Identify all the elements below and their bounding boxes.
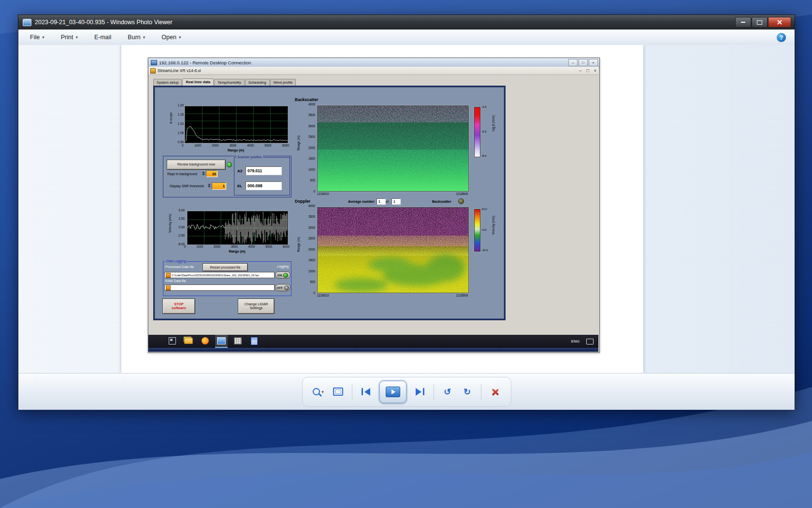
renew-background-button[interactable]: Renew background now: [167, 160, 225, 169]
path-browse-icon[interactable]: [166, 273, 171, 278]
tab-system-setup[interactable]: System setup: [153, 79, 182, 86]
menu-file[interactable]: File▾: [25, 32, 49, 43]
previous-button[interactable]: [360, 384, 372, 400]
rdp-minimize-button[interactable]: –: [568, 59, 578, 66]
close-button[interactable]: [768, 17, 791, 28]
velocity-ytick: -5.00: [178, 243, 185, 246]
rdp-close-button[interactable]: ×: [589, 59, 598, 66]
velocity-xtick: 5000: [265, 245, 272, 248]
processed-path-text: C:\Lidar\Data\Proc\2023\202309\20230921\…: [172, 274, 259, 277]
velocity-yticks: 5.002.500.00-2.50-5.00: [172, 209, 185, 246]
menu-email[interactable]: E-mail: [89, 32, 116, 43]
menu-print[interactable]: Print▾: [56, 32, 83, 43]
menu-open[interactable]: Open▾: [157, 32, 186, 43]
backscatter-colorbar: [474, 107, 480, 157]
app-minimize-icon[interactable]: –: [579, 68, 581, 73]
backscatter-ytick: 2000: [308, 147, 315, 149]
doppler-yticks: 40003500300025002000150010005000: [302, 205, 315, 295]
rays-value[interactable]: 10: [206, 170, 218, 177]
photo-viewer-titlebar[interactable]: 2023-09-21_03-40-00.935 - Windows Photo …: [18, 15, 795, 30]
scanner-position-group: Scanner position AZ 079.011 EL 000.098: [234, 157, 290, 195]
photo: 192.168.0.122 - Remote Desktop Connectio…: [121, 45, 643, 373]
el-value: 000.098: [246, 181, 282, 190]
task-view-icon[interactable]: [166, 335, 178, 348]
velocity-xticks: 0100020003000400050006000: [184, 245, 290, 248]
backscatter-xtick: 1218010: [317, 193, 329, 195]
tab-scheduling[interactable]: Scheduling: [245, 79, 270, 86]
backscatter-ytick: 1000: [308, 168, 315, 171]
toggle-on-dot: [283, 273, 288, 278]
snr-value[interactable]: 1: [212, 182, 226, 190]
velocity-xtick: 0: [184, 245, 186, 248]
backscatter-ytick: 1500: [308, 157, 315, 160]
snr-label: Display SNR threshold: [170, 184, 203, 188]
zoom-button[interactable]: ▾: [312, 384, 325, 400]
photo-viewer-window: 2023-09-21_03-40-00.935 - Windows Photo …: [18, 15, 795, 410]
average-total-value: 1: [392, 198, 401, 205]
photo-app-icon[interactable]: [215, 335, 228, 348]
raw-logging-toggle[interactable]: OFF: [275, 284, 290, 291]
doppler-ytick: 2500: [308, 237, 315, 240]
toolbar-separator: [481, 384, 481, 400]
path-browse-icon[interactable]: [166, 285, 171, 290]
average-number-value[interactable]: 1: [377, 198, 386, 205]
slideshow-button[interactable]: [379, 381, 406, 403]
raw-path-field[interactable]: [164, 284, 275, 291]
app-restore-icon[interactable]: □: [586, 68, 589, 73]
menu-label: Open: [161, 34, 176, 41]
slideshow-icon: [386, 387, 400, 397]
el-label: EL: [237, 184, 242, 188]
labview-app-icon: [150, 68, 156, 74]
processed-file-label: Processed Data file: [165, 265, 194, 269]
velocity-xtick: 4000: [248, 245, 255, 248]
raw-file-label: RAW Data file: [165, 279, 186, 283]
previous-bar-icon: [362, 388, 363, 395]
toolbar-separator: [352, 384, 352, 400]
rdp-computer-icon: [151, 60, 157, 65]
chevron-down-icon: ▾: [75, 35, 78, 40]
language-indicator[interactable]: ENG: [569, 338, 581, 345]
notes-app-icon[interactable]: [248, 335, 261, 348]
display-icon[interactable]: [586, 339, 594, 344]
az-label: AZ: [237, 169, 243, 173]
next-button[interactable]: [414, 384, 426, 400]
chevron-down-icon: ▾: [179, 35, 181, 40]
help-icon[interactable]: ?: [777, 33, 786, 42]
restart-processed-button[interactable]: Restart processed file: [203, 264, 247, 271]
rdp-maximize-button[interactable]: □: [579, 59, 588, 66]
snr-spinner[interactable]: [208, 182, 211, 189]
background-controls-group: Renew background now Rays in background …: [163, 156, 291, 197]
delete-button[interactable]: [489, 384, 501, 400]
processed-path-field[interactable]: C:\Lidar\Data\Proc\2023\202309\20230921\…: [164, 272, 275, 278]
doppler-ytick: 3500: [308, 215, 315, 218]
change-line2: Settings: [250, 306, 262, 310]
backscatter-mode-led[interactable]: [458, 198, 464, 204]
rotate-right-button[interactable]: ↻: [461, 384, 474, 400]
processed-logging-toggle[interactable]: ON: [275, 271, 290, 279]
app-titlebar: StreamLine XR v14-6.vi – □ ×: [148, 67, 598, 75]
menu-burn[interactable]: Burn▾: [123, 32, 150, 43]
change-lidar-settings-button[interactable]: Change LiDAR Settings: [238, 299, 274, 314]
minimize-button[interactable]: [735, 17, 751, 28]
rays-spinner[interactable]: [202, 170, 205, 176]
velocity-ytick: 5.00: [179, 209, 185, 212]
app-close-icon[interactable]: ×: [594, 68, 596, 73]
ascope-plot: [185, 106, 288, 143]
ascope-ytick: 1.10: [178, 122, 184, 125]
stop-software-button[interactable]: STOP software: [163, 299, 195, 314]
media-grid-icon[interactable]: [232, 335, 244, 348]
maximize-button[interactable]: [752, 17, 768, 28]
file-explorer-icon[interactable]: [182, 335, 195, 348]
previous-arrow-icon: [364, 388, 370, 396]
toggle-off-dot: [284, 285, 289, 290]
rotate-left-button[interactable]: ↺: [441, 384, 454, 400]
doppler-ytick: 4000: [308, 205, 315, 208]
tab-wind-profile[interactable]: Wind profile: [270, 79, 296, 86]
tab-bar: System setupReal time dataTemp/humidityS…: [153, 78, 296, 86]
tab-temp-humidity[interactable]: Temp/humidity: [214, 79, 244, 86]
tab-real-time-data[interactable]: Real time data: [182, 78, 214, 86]
firefox-icon[interactable]: [199, 335, 211, 348]
doppler-cbar-tick: -0.0: [481, 228, 486, 231]
display-size-button[interactable]: [332, 384, 345, 400]
velocity-xtick: 3000: [231, 245, 238, 248]
